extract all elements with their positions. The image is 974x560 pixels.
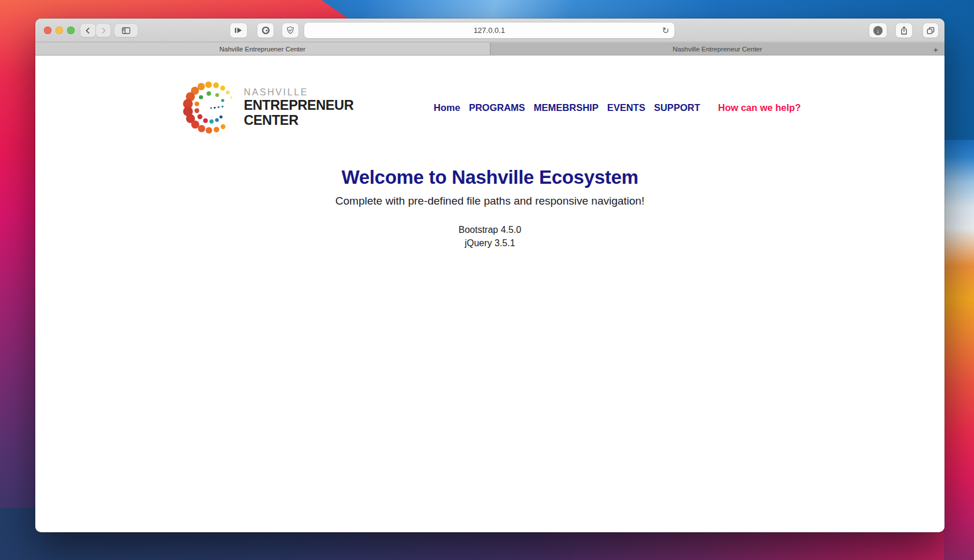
extension-shield-button[interactable] <box>282 23 298 38</box>
chevron-right-icon <box>100 27 107 34</box>
tab-2-title: Nashville Entrepreneur Center <box>673 46 762 53</box>
forward-button[interactable] <box>96 24 110 37</box>
main-navigation: Home PROGRAMS MEMEBRSHIP EVENTS SUPPORT … <box>434 102 801 113</box>
close-window-button[interactable] <box>44 27 51 34</box>
sidebar-toggle-button[interactable] <box>115 24 138 37</box>
download-icon: ↓ <box>873 26 883 35</box>
new-tab-button[interactable]: + <box>931 43 941 55</box>
g-circle-icon <box>261 26 270 35</box>
address-bar[interactable]: 127.0.0.1 ↻ <box>304 23 674 38</box>
sidebar-icon <box>121 27 131 35</box>
stack-line-jquery: jQuery 3.5.1 <box>35 236 945 250</box>
nec-logo[interactable]: NASHVILLE ENTREPRENEUR CENTER <box>179 76 354 139</box>
nav-link-home[interactable]: Home <box>434 102 460 113</box>
nec-logo-text: NASHVILLE ENTREPRENEUR CENTER <box>244 88 354 127</box>
nec-logo-mark <box>179 76 242 139</box>
tab-1[interactable]: Nahville Entrepruener Center <box>35 43 490 55</box>
logo-word-nashville: NASHVILLE <box>244 88 354 97</box>
tab-2[interactable]: Nashville Entrepreneur Center <box>490 43 945 55</box>
page-title: Welcome to Nashville Ecosystem <box>35 166 945 188</box>
stack-line-bootstrap: Bootstrap 4.5.0 <box>35 223 945 236</box>
nav-link-programs[interactable]: PROGRAMS <box>469 102 525 113</box>
wallpaper-gradient-right <box>944 140 974 560</box>
shield-check-icon <box>286 26 294 35</box>
tab-1-title: Nahville Entrepruener Center <box>219 46 305 53</box>
extension-g-button[interactable] <box>257 23 274 38</box>
tab-overview-button[interactable] <box>923 23 938 38</box>
extension-step-forward-button[interactable] <box>230 23 247 38</box>
share-icon <box>900 26 908 35</box>
logo-word-center: CENTER <box>244 114 354 128</box>
page-content: NASHVILLE ENTREPRENEUR CENTER Home PROGR… <box>35 55 945 531</box>
tabs-overview-icon <box>927 27 935 35</box>
url-text: 127.0.0.1 <box>474 26 505 35</box>
site-header: NASHVILLE ENTREPRENEUR CENTER Home PROGR… <box>156 55 824 139</box>
zoom-window-button[interactable] <box>67 27 75 34</box>
tab-bar: Nahville Entrepruener Center Nashville E… <box>35 42 945 55</box>
hero-section: Welcome to Nashville Ecosystem Complete … <box>35 166 945 250</box>
nav-cta-how-can-we-help[interactable]: How can we help? <box>718 102 800 113</box>
browser-toolbar: 127.0.0.1 ↻ ↓ <box>35 18 945 42</box>
downloads-button[interactable]: ↓ <box>869 23 887 38</box>
nav-link-events[interactable]: EVENTS <box>607 102 645 113</box>
tech-stack: Bootstrap 4.5.0 jQuery 3.5.1 <box>35 223 945 250</box>
minimize-window-button[interactable] <box>56 27 63 34</box>
chevron-left-icon <box>84 27 91 34</box>
logo-word-entrepreneur: ENTREPRENEUR <box>244 99 354 113</box>
nav-link-membership[interactable]: MEMEBRSHIP <box>534 102 599 113</box>
share-button[interactable] <box>896 23 912 38</box>
safari-window: 127.0.0.1 ↻ ↓ <box>35 18 945 532</box>
nav-link-support[interactable]: SUPPORT <box>654 102 700 113</box>
page-subtitle: Complete with pre-defined file paths and… <box>35 195 945 207</box>
play-bar-icon <box>234 27 243 34</box>
reload-icon[interactable]: ↻ <box>662 25 669 34</box>
back-button[interactable] <box>80 24 95 37</box>
